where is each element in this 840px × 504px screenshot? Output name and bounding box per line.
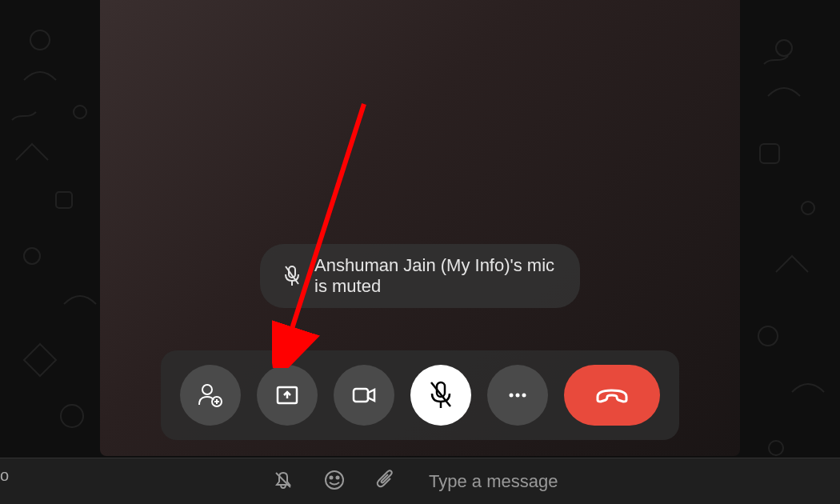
svg-point-23 [510, 394, 514, 398]
mute-notification: Anshuman Jain (My Info)'s mic is muted [260, 244, 580, 308]
mic-muted-icon [282, 265, 302, 287]
share-screen-button[interactable] [257, 365, 318, 426]
svg-rect-2 [56, 192, 72, 208]
more-options-button[interactable] [487, 365, 548, 426]
message-input[interactable] [429, 471, 824, 492]
svg-point-3 [24, 248, 40, 264]
svg-point-31 [337, 476, 339, 478]
svg-point-9 [769, 441, 783, 455]
mute-notification-text: Anshuman Jain (My Info)'s mic is muted [314, 255, 558, 297]
svg-point-30 [330, 476, 333, 478]
mute-notifications-icon[interactable] [272, 469, 294, 494]
svg-point-25 [522, 394, 526, 398]
svg-point-0 [30, 30, 50, 50]
camera-icon [350, 381, 378, 410]
end-call-icon [593, 381, 631, 410]
more-icon [503, 381, 532, 410]
svg-point-1 [74, 106, 86, 118]
call-controls [161, 350, 679, 440]
video-call-window: Anshuman Jain (My Info)'s mic is muted [100, 0, 740, 456]
svg-point-4 [61, 405, 83, 427]
svg-point-24 [516, 394, 520, 398]
svg-point-8 [758, 326, 778, 346]
svg-point-13 [202, 385, 212, 394]
svg-rect-6 [760, 144, 779, 163]
camera-button[interactable] [334, 365, 394, 426]
svg-point-5 [776, 40, 792, 56]
svg-point-29 [326, 471, 343, 489]
microphone-button[interactable] [410, 365, 471, 426]
svg-rect-19 [354, 389, 368, 402]
end-call-button[interactable] [564, 365, 660, 426]
share-screen-icon [273, 381, 302, 410]
chat-input-bar: o [0, 458, 840, 504]
add-participant-icon [196, 381, 225, 410]
partial-text: o [0, 466, 9, 485]
svg-point-7 [802, 202, 814, 214]
emoji-icon[interactable] [323, 469, 346, 494]
mic-muted-icon [426, 379, 455, 411]
attachment-icon[interactable] [374, 469, 397, 494]
add-participant-button[interactable] [180, 365, 241, 426]
